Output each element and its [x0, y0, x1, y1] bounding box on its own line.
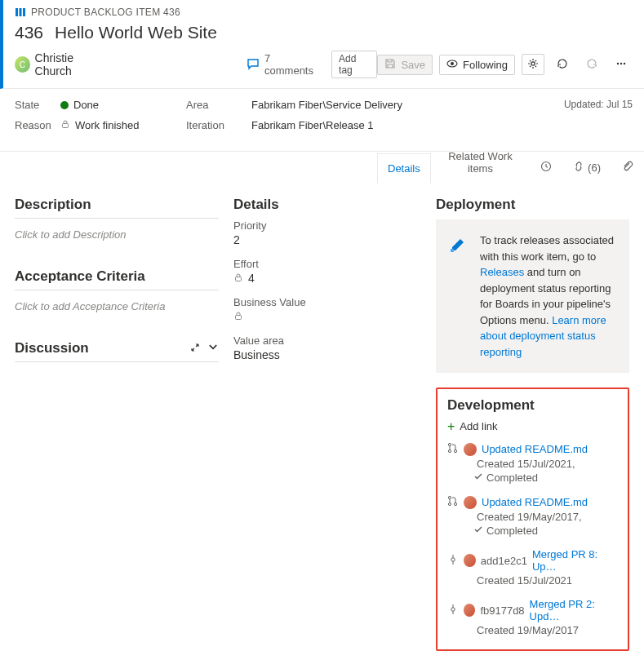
business-value-label: Business Value — [233, 296, 421, 308]
fields-section: State Done Reason Work finished Area Fab… — [0, 89, 644, 151]
tab-history[interactable] — [530, 152, 562, 184]
main-content: Description Click to add Description Acc… — [0, 184, 644, 651]
save-button[interactable]: Save — [377, 55, 433, 75]
area-value[interactable]: Fabrikam Fiber\Service Delivery — [251, 99, 402, 111]
business-value-value[interactable] — [233, 310, 421, 323]
attachment-icon — [622, 161, 633, 175]
pipeline-icon — [447, 232, 470, 360]
svg-rect-11 — [236, 277, 242, 281]
svg-point-16 — [454, 450, 456, 452]
releases-link[interactable]: Releases — [480, 266, 524, 278]
save-icon — [384, 58, 396, 72]
description-heading: Description — [15, 197, 219, 219]
avatar[interactable]: C — [15, 56, 30, 73]
undo-icon — [586, 58, 597, 72]
chevron-down-icon — [207, 343, 219, 356]
value-area-value[interactable]: Business — [233, 348, 421, 361]
work-item-title[interactable]: Hello World Web Site — [55, 23, 217, 42]
reason-label: Reason — [15, 119, 60, 131]
comments-count: 7 comments — [264, 52, 317, 77]
svg-point-17 — [448, 496, 451, 498]
tab-details[interactable]: Details — [377, 153, 431, 184]
svg-point-20 — [451, 557, 455, 560]
assignee-name[interactable]: Christie Church — [35, 51, 108, 78]
dev-created: Created 15/Jul/2021 — [477, 574, 618, 587]
svg-rect-9 — [63, 124, 69, 128]
add-dev-link-button[interactable]: + Add link — [447, 420, 618, 432]
undo-button[interactable] — [580, 54, 603, 75]
deployment-heading: Deployment — [436, 197, 629, 213]
save-label: Save — [401, 59, 425, 71]
lock-icon — [233, 272, 243, 285]
dev-created: Created 19/May/2017 — [477, 624, 618, 636]
discussion-heading: Discussion — [15, 340, 89, 356]
commit-icon — [447, 554, 459, 568]
commit-hash: add1e2c1 — [481, 555, 527, 567]
svg-point-19 — [454, 503, 456, 505]
svg-point-4 — [451, 62, 454, 65]
dev-status: Completed — [473, 472, 618, 484]
add-tag-button[interactable]: Add tag — [331, 51, 377, 78]
dev-link[interactable]: Merged PR 2: Upd… — [530, 598, 618, 622]
dev-link[interactable]: Updated README.md — [482, 496, 588, 508]
iteration-value[interactable]: Fabrikam Fiber\Release 1 — [251, 119, 374, 131]
dev-item: fb9177d8 Merged PR 2: Upd… Created 19/Ma… — [447, 598, 618, 636]
work-item-id: 436 — [15, 23, 43, 42]
pull-request-icon — [447, 442, 459, 456]
svg-point-14 — [448, 443, 451, 445]
plus-icon: + — [447, 421, 455, 432]
effort-label: Effort — [233, 258, 421, 270]
dev-link[interactable]: Merged PR 8: Up… — [532, 548, 618, 573]
more-actions-button[interactable] — [610, 54, 633, 75]
following-button[interactable]: Following — [439, 55, 515, 75]
dev-created: Created 15/Jul/2021, — [477, 458, 618, 470]
avatar — [464, 496, 477, 509]
dev-link[interactable]: Updated README.md — [482, 443, 588, 455]
gear-icon — [527, 58, 539, 72]
acceptance-heading: Acceptance Criteria — [15, 268, 219, 290]
reason-value[interactable]: Work finished — [60, 119, 140, 131]
pbi-icon — [15, 7, 26, 18]
comment-icon — [246, 57, 260, 73]
tab-attachments[interactable] — [611, 152, 644, 184]
svg-rect-13 — [451, 249, 454, 252]
description-input[interactable]: Click to add Description — [15, 225, 219, 244]
effort-value[interactable]: 4 — [233, 272, 421, 285]
comments-button[interactable]: 7 comments — [246, 52, 317, 77]
tab-links-count: (6) — [588, 162, 601, 174]
tab-links[interactable]: (6) — [562, 152, 611, 184]
refresh-button[interactable] — [551, 54, 574, 75]
development-section: Development + Add link Updated README.md… — [436, 388, 629, 651]
development-heading: Development — [447, 397, 618, 414]
svg-point-5 — [531, 61, 535, 64]
refresh-icon — [557, 58, 568, 72]
work-item-type-label: PRODUCT BACKLOG ITEM 436 — [31, 7, 180, 18]
toolbar: Save Following — [377, 54, 633, 75]
following-label: Following — [463, 59, 508, 71]
link-icon — [573, 161, 584, 175]
acceptance-input[interactable]: Click to add Acceptance Criteria — [15, 297, 219, 316]
state-label: State — [15, 99, 60, 111]
iteration-label: Iteration — [186, 119, 251, 131]
pull-request-icon — [447, 495, 459, 509]
svg-point-7 — [620, 62, 622, 64]
settings-button[interactable] — [522, 54, 544, 75]
more-icon — [615, 58, 627, 72]
value-area-label: Value area — [233, 334, 421, 347]
svg-point-6 — [617, 62, 619, 64]
dev-item: add1e2c1 Merged PR 8: Up… Created 15/Jul… — [447, 548, 618, 587]
svg-point-15 — [448, 450, 451, 452]
svg-rect-1 — [20, 8, 22, 16]
check-icon — [473, 472, 483, 484]
svg-rect-0 — [16, 8, 18, 16]
state-value[interactable]: Done — [60, 99, 99, 111]
tab-related[interactable]: Related Work items — [431, 141, 530, 184]
tabs: Details Related Work items (6) — [0, 151, 644, 184]
lock-icon — [233, 310, 243, 323]
history-icon — [540, 161, 552, 175]
svg-point-21 — [451, 607, 455, 610]
priority-value[interactable]: 2 — [233, 233, 421, 246]
avatar — [464, 554, 476, 567]
avatar — [464, 443, 477, 456]
expand-discussion-button[interactable] — [189, 342, 219, 356]
